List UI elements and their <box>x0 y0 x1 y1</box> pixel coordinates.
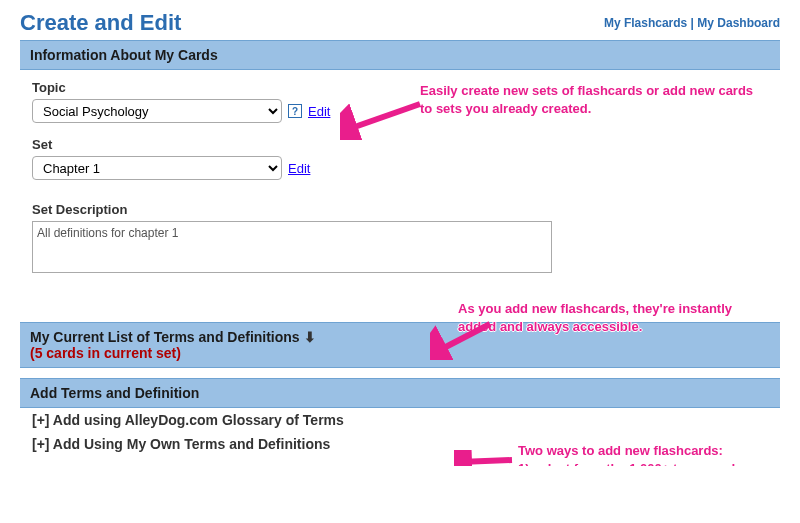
annotation-1: Easily create new sets of flashcards or … <box>420 82 760 117</box>
annotation-arrow-1 <box>340 100 432 140</box>
svg-line-3 <box>436 324 490 352</box>
my-flashcards-link[interactable]: My Flashcards <box>604 16 687 30</box>
help-icon[interactable]: ? <box>288 104 302 118</box>
collapse-arrow-icon: ⬇ <box>304 329 316 345</box>
annotation-2: As you add new flashcards, they're insta… <box>458 300 768 335</box>
svg-line-1 <box>346 104 420 130</box>
svg-line-5 <box>460 460 512 462</box>
annotation-arrow-3 <box>454 450 518 466</box>
annotation-arrow-2 <box>430 320 500 360</box>
section-add-header: Add Terms and Definition <box>20 378 780 408</box>
description-label: Set Description <box>32 202 768 217</box>
page-title: Create and Edit <box>20 10 181 36</box>
topic-select[interactable]: Social Psychology <box>32 99 282 123</box>
topic-edit-link[interactable]: Edit <box>308 104 330 119</box>
top-nav: My Flashcards | My Dashboard <box>604 16 780 30</box>
set-edit-link[interactable]: Edit <box>288 161 310 176</box>
nav-separator: | <box>691 16 694 30</box>
annotation-3: Two ways to add new flashcards: 1) selec… <box>518 442 798 466</box>
card-count: (5 cards in current set) <box>30 345 181 361</box>
section-list-title: My Current List of Terms and Definitions <box>30 329 300 345</box>
set-select[interactable]: Chapter 1 <box>32 156 282 180</box>
description-textarea[interactable]: All definitions for chapter 1 <box>32 221 552 273</box>
add-glossary-row[interactable]: [+] Add using AlleyDog.com Glossary of T… <box>20 408 780 432</box>
my-dashboard-link[interactable]: My Dashboard <box>697 16 780 30</box>
section-info-header: Information About My Cards <box>20 40 780 70</box>
